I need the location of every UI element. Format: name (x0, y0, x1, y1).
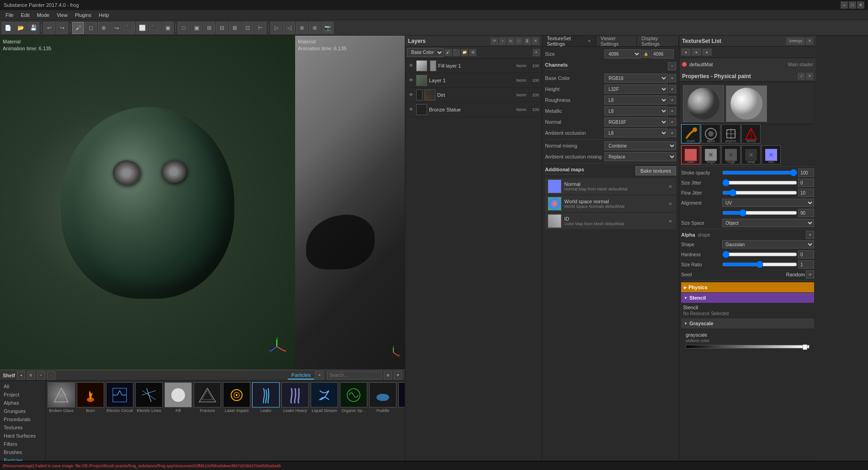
layer-vis-fill[interactable]: 👁 (408, 63, 414, 69)
menu-help[interactable]: Help (95, 11, 113, 19)
tool-view6[interactable]: ⊡ (242, 22, 254, 34)
map-close-world[interactable]: ✕ (667, 201, 673, 207)
tool-redo[interactable]: ↪ (56, 22, 68, 34)
shelf-cat-textures[interactable]: Textures (0, 423, 45, 432)
ts-shader-btn-2[interactable]: ● (692, 48, 701, 56)
layers-add-paint[interactable]: 🖌 (445, 49, 452, 56)
ts-height-select[interactable]: L32F (604, 84, 668, 94)
shelf-cat-project[interactable]: Project (0, 391, 45, 399)
layers-add-mask[interactable]: ⊞ (469, 49, 476, 56)
shelf-btn-3[interactable]: + (37, 371, 45, 380)
layers-btn-add[interactable]: + (499, 37, 506, 45)
shelf-cat-brushes[interactable]: Brushes (0, 448, 45, 456)
shelf-cat-filters[interactable]: Filters (0, 440, 45, 448)
brush-slot-physics[interactable]: physics (721, 124, 741, 143)
channel-slot-metal[interactable]: ✕ metal (741, 145, 761, 164)
tool-sel2[interactable]: ⬛ (149, 22, 161, 34)
ts-size-input[interactable] (651, 49, 674, 58)
ts-settings-close[interactable]: ✕ (587, 39, 591, 43)
shelf-tab-particles[interactable]: Particles (288, 371, 314, 380)
shelf-item-electric-lines[interactable]: Electric Lines (135, 382, 163, 413)
shelf-item-burn[interactable]: Burn (77, 382, 104, 413)
brush-slot-alpha[interactable]: alpha (701, 124, 720, 143)
grayscale-header[interactable]: ▼ Grayscale (681, 318, 814, 328)
shape-select[interactable]: Gaussian (722, 240, 814, 248)
tool-render3[interactable]: ⊕ (296, 22, 308, 34)
bake-textures-button[interactable]: Bake textures (635, 166, 676, 175)
stencil-header[interactable]: ▼ Stencil (681, 293, 814, 303)
hardness-slider[interactable] (722, 252, 797, 257)
map-close-normal[interactable]: ✕ (667, 183, 673, 190)
size-ratio-slider[interactable] (722, 262, 797, 267)
flow-jitter-slider[interactable] (722, 190, 797, 195)
tool-view2[interactable]: ▣ (191, 22, 202, 34)
ts-shader-btn-3[interactable]: ● (702, 48, 712, 56)
layer-row-layer1[interactable]: 👁 Layer 1 Norm 100 (405, 73, 542, 88)
shelf-btn-4[interactable]: - (47, 371, 55, 380)
layer-vis-dirt[interactable]: 👁 (408, 92, 414, 98)
tool-view7[interactable]: ⊢ (254, 22, 266, 34)
viewport-3d[interactable]: X Y Z Material Animation time: 6.135 (0, 36, 295, 370)
tool-file-new[interactable]: 📄 (2, 22, 14, 34)
ts-metallic-select[interactable]: L8 (604, 106, 668, 116)
size-jitter-slider[interactable] (722, 180, 797, 185)
ts-list-close[interactable]: ✕ (806, 37, 813, 45)
tool-cam[interactable]: 📷 (322, 22, 333, 34)
menu-file[interactable]: File (2, 11, 17, 19)
stroke-opacity-input[interactable] (798, 169, 814, 177)
tab-viewer-settings[interactable]: Viewer Settings (596, 36, 637, 46)
ts-size-lock[interactable]: 🔒 (642, 50, 650, 58)
shelf-item-leaks[interactable]: Leaks (252, 382, 280, 413)
shelf-item-liquid-stream[interactable]: Liquid Stream (311, 382, 338, 413)
layers-btn-fx[interactable]: fx (507, 37, 514, 45)
tool-render2[interactable]: ◁ (283, 22, 295, 34)
layers-btn-mask[interactable]: □ (515, 37, 523, 45)
ts-ao-del[interactable]: ✕ (669, 129, 676, 137)
map-close-id[interactable]: ✕ (667, 218, 673, 224)
shelf-item-puddle[interactable]: Puddle (369, 382, 397, 413)
tab-textureset-settings[interactable]: TextureSet Settings ✕ (542, 36, 596, 46)
shelf-cat-hardsurfaces[interactable]: Hard Surfaces (0, 432, 45, 440)
layers-add-fill[interactable]: ⬛ (453, 49, 460, 56)
tab-display-settings[interactable]: Display Settings (637, 36, 679, 46)
grayscale-slider-handle[interactable] (803, 344, 807, 350)
channel-slot-height[interactable]: ✕ height (701, 145, 720, 164)
shelf-item-broken-glass[interactable]: Broken Glass (48, 382, 75, 413)
flow-jitter-input[interactable] (798, 189, 814, 197)
layers-filter[interactable]: ≡ (533, 49, 540, 56)
shelf-cat-procedurals[interactable]: Procedurals (0, 415, 45, 423)
shelf-item-leaks-heavy[interactable]: Leaks Heavy (281, 382, 309, 413)
tool-smudge[interactable]: ↝ (111, 22, 122, 34)
brush-slot-brush[interactable]: brush (681, 124, 700, 143)
ts-ao-mixing-select[interactable]: Replace (604, 152, 676, 161)
layer-vis-bronze[interactable]: 👁 (408, 106, 414, 113)
alpha-close[interactable]: ✕ (806, 231, 814, 239)
alignment-angle-input[interactable] (798, 209, 814, 217)
ts-normal-select[interactable]: RGB16F (604, 117, 668, 127)
shelf-btn-2[interactable]: ⊞ (27, 371, 35, 380)
ts-ao-select[interactable]: L8 (604, 128, 668, 137)
shelf-view-btn[interactable]: ⊞ (384, 371, 392, 380)
layer-vis-layer1[interactable]: 👁 (408, 77, 414, 84)
physics-header[interactable]: ▶ Physics (681, 282, 814, 292)
ts-height-del[interactable]: ✕ (669, 85, 676, 93)
shelf-cat-particles[interactable]: Particles (0, 456, 45, 461)
size-jitter-input[interactable] (798, 179, 814, 187)
shelf-cat-alphas[interactable]: Alphas (0, 399, 45, 407)
ts-basecolor-select[interactable]: RGB16 (604, 74, 668, 83)
shelf-item-fracture[interactable]: Fracture (194, 382, 221, 413)
close-button[interactable]: ✕ (857, 1, 864, 9)
alignment-angle-slider[interactable] (722, 211, 797, 215)
layers-add-group[interactable]: 📁 (461, 49, 468, 56)
size-ratio-input[interactable] (798, 260, 814, 269)
tool-sel1[interactable]: ⬜ (136, 22, 148, 34)
tool-fill[interactable]: ⬛ (123, 22, 135, 34)
channel-slot-rough[interactable]: ✕ rough (721, 145, 741, 164)
layers-btn-sync[interactable]: ⟳ (491, 37, 498, 45)
ts-basecolor-del[interactable]: ✕ (669, 74, 676, 82)
size-space-select[interactable]: Object (722, 219, 814, 227)
material-sphere-white[interactable] (726, 85, 767, 122)
brush-slot-stencil[interactable]: stencil (741, 124, 761, 143)
grayscale-slider[interactable] (686, 345, 810, 349)
tool-open[interactable]: 📂 (15, 22, 26, 34)
